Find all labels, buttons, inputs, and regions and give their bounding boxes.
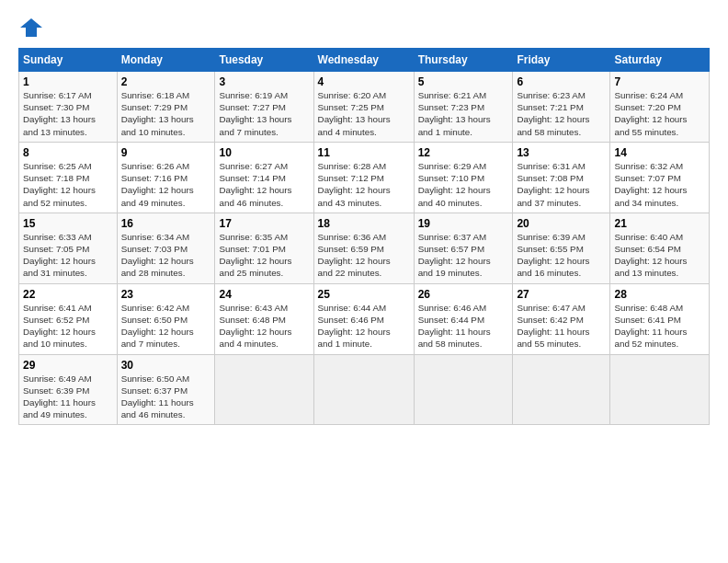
dow-cell: Wednesday [313, 49, 414, 72]
calendar-cell: 30Sunrise: 6:50 AM Sunset: 6:37 PM Dayli… [117, 354, 215, 425]
day-info: Sunrise: 6:19 AM Sunset: 7:27 PM Dayligh… [219, 89, 309, 138]
day-info: Sunrise: 6:18 AM Sunset: 7:29 PM Dayligh… [121, 89, 211, 138]
day-number: 7 [614, 75, 705, 88]
day-info: Sunrise: 6:17 AM Sunset: 7:30 PM Dayligh… [23, 89, 113, 138]
day-number: 2 [121, 75, 211, 88]
day-info: Sunrise: 6:32 AM Sunset: 7:07 PM Dayligh… [614, 160, 705, 209]
day-info: Sunrise: 6:43 AM Sunset: 6:48 PM Dayligh… [219, 302, 309, 350]
day-number: 4 [318, 75, 410, 88]
day-number: 30 [121, 359, 211, 372]
day-info: Sunrise: 6:36 AM Sunset: 6:59 PM Dayligh… [318, 231, 410, 280]
day-info: Sunrise: 6:42 AM Sunset: 6:50 PM Dayligh… [121, 302, 211, 350]
day-info: Sunrise: 6:49 AM Sunset: 6:39 PM Dayligh… [23, 373, 113, 421]
calendar-cell: 19Sunrise: 6:37 AM Sunset: 6:57 PM Dayli… [414, 213, 513, 283]
calendar-cell: 10Sunrise: 6:27 AM Sunset: 7:14 PM Dayli… [215, 142, 313, 213]
day-number: 8 [23, 146, 113, 159]
day-number: 18 [318, 217, 410, 230]
day-info: Sunrise: 6:40 AM Sunset: 6:54 PM Dayligh… [614, 231, 705, 280]
day-number: 27 [517, 288, 606, 301]
day-number: 11 [318, 146, 410, 159]
calendar-cell [215, 354, 313, 425]
calendar-cell: 28Sunrise: 6:48 AM Sunset: 6:41 PM Dayli… [610, 283, 710, 354]
calendar-cell: 11Sunrise: 6:28 AM Sunset: 7:12 PM Dayli… [313, 142, 414, 213]
calendar-cell: 5Sunrise: 6:21 AM Sunset: 7:23 PM Daylig… [414, 72, 513, 143]
day-number: 23 [121, 288, 211, 301]
calendar-cell: 4Sunrise: 6:20 AM Sunset: 7:25 PM Daylig… [313, 72, 414, 143]
day-number: 17 [219, 217, 309, 230]
calendar-cell: 14Sunrise: 6:32 AM Sunset: 7:07 PM Dayli… [610, 142, 710, 213]
day-info: Sunrise: 6:50 AM Sunset: 6:37 PM Dayligh… [121, 373, 211, 421]
day-number: 25 [318, 288, 410, 301]
calendar-week-row: 1Sunrise: 6:17 AM Sunset: 7:30 PM Daylig… [19, 72, 710, 143]
calendar-cell: 7Sunrise: 6:24 AM Sunset: 7:20 PM Daylig… [610, 72, 710, 143]
day-number: 6 [517, 75, 606, 88]
calendar-cell: 15Sunrise: 6:33 AM Sunset: 7:05 PM Dayli… [19, 213, 118, 283]
calendar-cell: 3Sunrise: 6:19 AM Sunset: 7:27 PM Daylig… [215, 72, 313, 143]
day-info: Sunrise: 6:25 AM Sunset: 7:18 PM Dayligh… [23, 160, 113, 209]
day-info: Sunrise: 6:31 AM Sunset: 7:08 PM Dayligh… [517, 160, 606, 209]
calendar-week-row: 22Sunrise: 6:41 AM Sunset: 6:52 PM Dayli… [19, 283, 710, 354]
calendar-week-row: 8Sunrise: 6:25 AM Sunset: 7:18 PM Daylig… [19, 142, 710, 213]
day-info: Sunrise: 6:26 AM Sunset: 7:16 PM Dayligh… [121, 160, 211, 209]
header [18, 15, 710, 40]
dow-cell: Monday [117, 49, 215, 72]
day-info: Sunrise: 6:23 AM Sunset: 7:21 PM Dayligh… [517, 89, 606, 138]
calendar-week-row: 29Sunrise: 6:49 AM Sunset: 6:39 PM Dayli… [19, 354, 710, 425]
calendar-table: SundayMondayTuesdayWednesdayThursdayFrid… [18, 48, 710, 425]
calendar-cell: 25Sunrise: 6:44 AM Sunset: 6:46 PM Dayli… [313, 283, 414, 354]
calendar-cell: 13Sunrise: 6:31 AM Sunset: 7:08 PM Dayli… [513, 142, 610, 213]
calendar-cell [313, 354, 414, 425]
calendar-cell: 8Sunrise: 6:25 AM Sunset: 7:18 PM Daylig… [19, 142, 118, 213]
calendar-cell: 24Sunrise: 6:43 AM Sunset: 6:48 PM Dayli… [215, 283, 313, 354]
calendar-cell: 17Sunrise: 6:35 AM Sunset: 7:01 PM Dayli… [215, 213, 313, 283]
day-info: Sunrise: 6:47 AM Sunset: 6:42 PM Dayligh… [517, 302, 606, 350]
logo [18, 15, 48, 40]
calendar-week-row: 15Sunrise: 6:33 AM Sunset: 7:05 PM Dayli… [19, 213, 710, 283]
day-number: 10 [219, 146, 309, 159]
day-info: Sunrise: 6:41 AM Sunset: 6:52 PM Dayligh… [23, 302, 113, 350]
calendar-cell: 23Sunrise: 6:42 AM Sunset: 6:50 PM Dayli… [117, 283, 215, 354]
calendar-cell: 21Sunrise: 6:40 AM Sunset: 6:54 PM Dayli… [610, 213, 710, 283]
calendar-cell: 9Sunrise: 6:26 AM Sunset: 7:16 PM Daylig… [117, 142, 215, 213]
day-number: 3 [219, 75, 309, 88]
dow-cell: Thursday [414, 49, 513, 72]
day-info: Sunrise: 6:27 AM Sunset: 7:14 PM Dayligh… [219, 160, 309, 209]
day-number: 13 [517, 146, 606, 159]
day-number: 9 [121, 146, 211, 159]
calendar-body: 1Sunrise: 6:17 AM Sunset: 7:30 PM Daylig… [19, 72, 710, 425]
page: SundayMondayTuesdayWednesdayThursdayFrid… [0, 0, 728, 563]
dow-cell: Friday [513, 49, 610, 72]
day-number: 1 [23, 75, 113, 88]
day-info: Sunrise: 6:29 AM Sunset: 7:10 PM Dayligh… [418, 160, 509, 209]
calendar-cell: 20Sunrise: 6:39 AM Sunset: 6:55 PM Dayli… [513, 213, 610, 283]
dow-cell: Sunday [19, 49, 118, 72]
dow-cell: Tuesday [215, 49, 313, 72]
day-info: Sunrise: 6:21 AM Sunset: 7:23 PM Dayligh… [418, 89, 509, 138]
calendar-cell [513, 354, 610, 425]
day-number: 14 [614, 146, 705, 159]
day-info: Sunrise: 6:39 AM Sunset: 6:55 PM Dayligh… [517, 231, 606, 280]
days-of-week-row: SundayMondayTuesdayWednesdayThursdayFrid… [19, 49, 710, 72]
day-info: Sunrise: 6:37 AM Sunset: 6:57 PM Dayligh… [418, 231, 509, 280]
day-number: 12 [418, 146, 509, 159]
day-number: 24 [219, 288, 309, 301]
logo-icon [18, 15, 44, 40]
day-number: 21 [614, 217, 705, 230]
calendar-cell: 22Sunrise: 6:41 AM Sunset: 6:52 PM Dayli… [19, 283, 118, 354]
calendar-cell: 18Sunrise: 6:36 AM Sunset: 6:59 PM Dayli… [313, 213, 414, 283]
calendar-cell: 29Sunrise: 6:49 AM Sunset: 6:39 PM Dayli… [19, 354, 118, 425]
calendar-cell [414, 354, 513, 425]
calendar-cell: 2Sunrise: 6:18 AM Sunset: 7:29 PM Daylig… [117, 72, 215, 143]
day-info: Sunrise: 6:33 AM Sunset: 7:05 PM Dayligh… [23, 231, 113, 280]
day-number: 19 [418, 217, 509, 230]
day-info: Sunrise: 6:48 AM Sunset: 6:41 PM Dayligh… [614, 302, 705, 350]
dow-cell: Saturday [610, 49, 710, 72]
day-info: Sunrise: 6:35 AM Sunset: 7:01 PM Dayligh… [219, 231, 309, 280]
day-info: Sunrise: 6:24 AM Sunset: 7:20 PM Dayligh… [614, 89, 705, 138]
day-number: 16 [121, 217, 211, 230]
calendar-cell: 26Sunrise: 6:46 AM Sunset: 6:44 PM Dayli… [414, 283, 513, 354]
calendar-cell: 16Sunrise: 6:34 AM Sunset: 7:03 PM Dayli… [117, 213, 215, 283]
calendar-cell: 12Sunrise: 6:29 AM Sunset: 7:10 PM Dayli… [414, 142, 513, 213]
day-info: Sunrise: 6:28 AM Sunset: 7:12 PM Dayligh… [318, 160, 410, 209]
day-number: 29 [23, 359, 113, 372]
